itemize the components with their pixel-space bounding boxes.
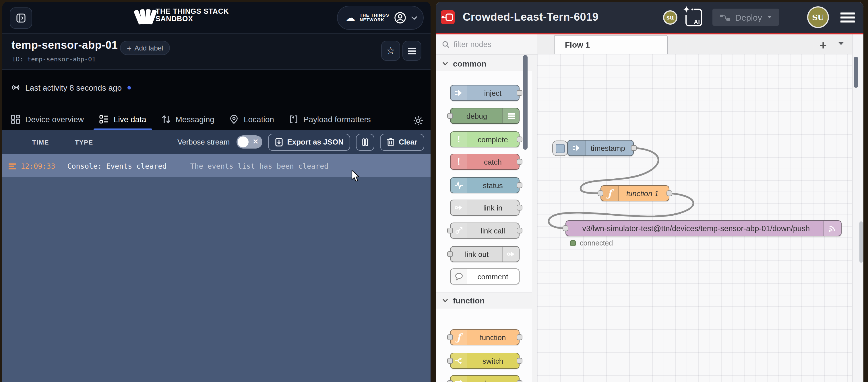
tab-messaging[interactable]: Messaging [162,108,214,131]
tab-label: Location [244,115,274,124]
output-port[interactable] [517,358,522,363]
tab-live-data[interactable]: Live data [99,108,146,131]
flow-tab-bar: Flow 1 + [537,34,852,55]
palette-node-link-call[interactable]: link call [450,222,520,239]
input-port[interactable] [447,228,453,234]
plus-icon: + [127,43,131,53]
palette-scrollbar-thumb[interactable] [523,55,528,150]
toggle-x: ✕ [253,137,258,145]
network-account-button[interactable]: ☁ THE THINGS NETWORK [337,6,424,30]
tab-label: Messaging [176,115,214,124]
function-icon: ƒ [451,330,467,345]
input-port[interactable] [563,225,568,231]
chevron-down-icon [443,62,448,65]
output-port[interactable] [517,137,522,142]
canvas-scrollbar-track[interactable] [852,34,863,382]
canvas-node-function-1[interactable]: ƒ function 1 [600,185,670,201]
output-port[interactable] [517,159,522,165]
palette-node-link-in[interactable]: link in [450,200,520,216]
palette-node-link-out[interactable]: link out [450,246,520,262]
tab-label: Payload formatters [303,115,371,124]
chevron-down-icon [443,299,448,302]
device-title-section: temp-sensor-abp-01 + Add label ID: temp-… [2,34,431,69]
event-row[interactable]: 12:09:33 Console: Events cleared The eve… [2,154,431,178]
link-out-icon [502,247,519,262]
output-port[interactable] [631,145,637,151]
verbose-stream-toggle[interactable]: ✕ [237,135,262,148]
palette-node-switch[interactable]: switch [450,353,520,369]
canvas-scrollbar-thumb[interactable] [854,57,858,88]
node-label: comment [467,269,519,284]
page-scrollbar-thumb[interactable] [859,221,863,263]
inject-trigger-button[interactable] [552,141,568,156]
node-label: switch [467,353,519,368]
palette-node-inject[interactable]: inject [450,85,520,101]
mqtt-icon [823,221,841,236]
input-port[interactable] [598,190,603,196]
palette-node-complete[interactable]: ! complete [450,131,520,147]
network-line2: NETWORK [360,18,389,23]
output-port[interactable] [517,205,522,210]
collaborator-badge[interactable]: su [663,10,677,24]
flow-list-button[interactable] [838,41,844,46]
tab-flow-1[interactable]: Flow 1 [554,35,668,54]
output-port[interactable] [517,182,522,188]
inject-button-inner [555,144,565,153]
favorite-button[interactable]: ☆ [381,41,400,61]
canvas-node-timestamp[interactable]: timestamp [567,140,634,156]
user-avatar[interactable]: SU [807,6,829,28]
status-text: connected [580,239,613,247]
pause-stream-button[interactable] [356,133,375,150]
palette-node-function[interactable]: ƒ function [450,329,520,345]
input-port[interactable] [447,113,453,119]
deploy-icon [719,13,730,22]
output-port[interactable] [666,190,672,196]
deploy-button[interactable]: Deploy [712,9,779,26]
column-type: TYPE [75,139,93,145]
device-id: ID: temp-sensor-abp-01 [12,56,96,63]
input-port[interactable] [447,251,453,257]
palette-node-debug[interactable]: debug [450,108,520,124]
input-port[interactable] [447,358,453,363]
device-name: temp-sensor-abp-01 [11,39,118,51]
node-label: link call [467,223,519,238]
clear-label: Clear [399,138,417,146]
star-icon: ☆ [386,46,395,56]
complete-icon: ! [451,132,467,147]
palette-node-change[interactable]: change [450,375,520,382]
menu-icon [408,47,416,54]
tts-console-window: THE THINGS STACK SANDBOX ☁ THE THINGS NE… [2,2,431,382]
export-json-button[interactable]: Export as JSON [268,133,350,150]
export-download-icon [275,137,283,146]
flow-tab-label: Flow 1 [565,40,590,49]
ai-assistant-button[interactable]: AI ✦ ✦ [685,8,702,26]
add-label-button[interactable]: + Add label [120,41,170,55]
add-flow-button[interactable]: + [819,38,827,52]
output-port[interactable] [517,335,522,340]
tab-location[interactable]: Location [230,108,274,131]
palette-section-common[interactable]: common [436,56,532,71]
comment-icon [451,269,467,284]
tab-device-overview[interactable]: Device overview [11,108,84,131]
palette-node-catch[interactable]: ! catch [450,154,520,170]
output-port[interactable] [517,380,522,382]
output-port[interactable] [517,228,522,234]
device-menu-button[interactable] [402,41,422,61]
palette-node-comment[interactable]: comment [450,269,520,284]
live-data-icon [99,115,108,124]
tab-label: Live data [114,115,146,124]
device-settings-gear[interactable] [413,116,423,126]
main-menu-button[interactable] [840,12,855,23]
output-port[interactable] [517,90,522,96]
deploy-caret-icon [767,15,772,19]
palette-section-function[interactable]: function [436,292,532,308]
tab-payload-formatters[interactable]: Payload formatters [290,108,371,131]
clear-events-button[interactable]: Clear [380,133,424,150]
palette-filter[interactable]: filter nodes [436,34,537,55]
flow-canvas-grid[interactable]: timestamp ƒ function 1 [537,54,852,382]
input-port[interactable] [447,380,453,382]
input-port[interactable] [447,335,453,340]
sidebar-toggle-button[interactable] [10,7,32,29]
canvas-node-mqtt-out[interactable]: v3/lwn-simulator-test@ttn/devices/temp-s… [565,220,842,236]
palette-node-status[interactable]: status [450,177,520,193]
